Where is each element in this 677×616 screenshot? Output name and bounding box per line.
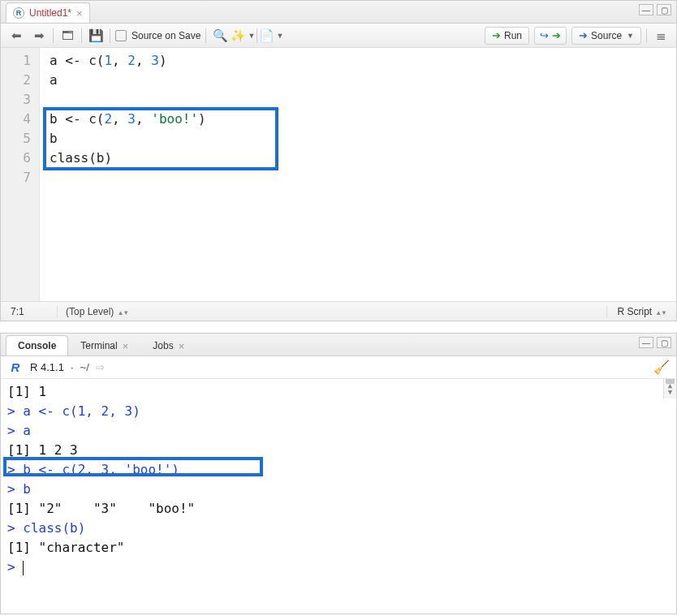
notebook-icon[interactable]: 📄▼ [262,28,280,44]
separator [53,28,54,43]
separator [205,28,206,43]
line-number: 4 [1,110,39,129]
editor-tabbar: R Untitled1* × — ▢ [1,1,676,24]
console-prompt[interactable]: > [7,558,676,577]
console-output[interactable]: ▲ ▼ [1] 1> a <- c(1, 2, 3)> a[1] 1 2 3> … [1,379,676,614]
language-selector[interactable]: R Script▲▼ [606,306,676,317]
clear-console-icon[interactable]: 🧹 [653,360,670,375]
updown-icon: ▲▼ [117,309,128,317]
r-file-icon: R [13,7,24,19]
scrollbar[interactable]: ▲ ▼ [663,379,676,398]
save-icon[interactable]: 💾 [87,28,105,44]
close-icon[interactable]: × [123,340,129,352]
source-label: Source [591,30,622,41]
code-line[interactable]: a <- c(1, 2, 3) [50,51,676,71]
dot: · [71,361,74,373]
source-arrow-icon: ➔ [579,29,588,41]
show-in-new-window-icon[interactable]: 🗔 [58,28,76,44]
console-window-controls: — ▢ [639,337,671,348]
line-number: 5 [1,129,39,149]
console-tabbar: Console Terminal × Jobs × — ▢ [1,334,676,356]
code-line[interactable]: b [50,129,676,149]
line-number: 3 [1,90,39,110]
find-icon[interactable]: 🔍 [211,28,229,44]
working-dir[interactable]: ~/ [80,361,89,373]
editor-toolbar: ⬅ ➡ 🗔 💾 Source on Save 🔍 ✨▼ 📄▼ ➔ Run ↪ ➔… [1,24,676,48]
minimize-button[interactable]: — [639,337,653,348]
editor-statusbar: 7:1 (Top Level)▲▼ R Script▲▼ [1,301,676,321]
run-label: Run [504,30,522,41]
source-on-save-label: Source on Save [132,30,201,41]
wand-icon[interactable]: ✨▼ [234,28,252,44]
console-line: [1] 1 2 3 [7,441,676,460]
editor-tab[interactable]: R Untitled1* × [6,2,90,23]
cursor-position: 7:1 [1,306,58,317]
source-on-save-checkbox[interactable] [115,30,127,41]
close-icon[interactable]: × [76,7,83,19]
separator [81,28,82,43]
console-pane: Console Terminal × Jobs × — ▢ R R 4.1.1 … [0,333,677,614]
console-line: [1] "character" [7,538,676,558]
code-line[interactable] [50,168,676,187]
run-arrow-icon: ➔ [492,29,501,41]
separator [646,28,647,43]
source-button[interactable]: ➔ Source ▼ [571,27,641,45]
code-area[interactable]: a <- c(1, 2, 3)ab <- c(2, 3, 'boo!')bcla… [40,48,676,301]
rerun-button[interactable]: ↪ ➔ [534,27,567,45]
back-icon[interactable]: ⬅ [7,28,25,44]
tab-console[interactable]: Console [6,335,68,355]
line-gutter: 1234567 [1,48,40,301]
chevron-down-icon: ▼ [627,32,634,40]
cursor [23,561,24,575]
chevron-down-icon: ▼ [276,32,283,40]
console-line: [1] 1 [7,382,676,402]
line-number: 7 [1,168,39,187]
tab-jobs[interactable]: Jobs × [140,335,196,355]
console-line: > class(b) [7,519,676,538]
editor-pane: R Untitled1* × — ▢ ⬅ ➡ 🗔 💾 Source on Sav… [0,0,677,321]
minimize-button[interactable]: — [639,4,653,15]
rerun-arrow-icon: ➔ [552,29,561,41]
editor-window-controls: — ▢ [639,4,671,15]
line-number: 2 [1,71,39,90]
maximize-button[interactable]: ▢ [657,4,671,15]
maximize-button[interactable]: ▢ [657,337,671,348]
console-line: > a [7,421,676,441]
code-line[interactable] [50,90,676,110]
scroll-down-icon[interactable]: ▼ [664,386,676,398]
updown-icon: ▲▼ [655,309,666,317]
outline-icon[interactable]: ≣ [652,28,670,44]
separator [257,28,257,43]
run-button[interactable]: ➔ Run [485,27,529,45]
forward-icon[interactable]: ➡ [30,28,48,44]
console-line: > b <- c(2, 3, 'boo!') [7,460,676,480]
go-to-dir-icon[interactable]: ⇨ [96,361,105,373]
editor-body: 1234567 a <- c(1, 2, 3)ab <- c(2, 3, 'bo… [1,48,676,301]
code-line[interactable]: b <- c(2, 3, 'boo!') [50,110,676,129]
code-line[interactable]: class(b) [50,149,676,168]
console-line: [1] "2" "3" "boo!" [7,499,676,519]
editor-tab-title: Untitled1* [29,7,71,19]
close-icon[interactable]: × [179,340,185,352]
r-version: R 4.1.1 [30,361,64,373]
rerun-icon: ↪ [540,29,549,41]
line-number: 6 [1,149,39,168]
line-number: 1 [1,51,39,71]
tab-terminal[interactable]: Terminal × [68,335,140,355]
console-header: R R 4.1.1 · ~/ ⇨ 🧹 [1,356,676,379]
chevron-down-icon: ▼ [248,32,255,40]
console-line: > b [7,480,676,499]
console-line: > a <- c(1, 2, 3) [7,402,676,421]
scope-selector[interactable]: (Top Level)▲▼ [58,306,606,317]
separator [110,28,110,43]
code-line[interactable]: a [50,71,676,90]
r-logo-icon: R [7,360,24,375]
